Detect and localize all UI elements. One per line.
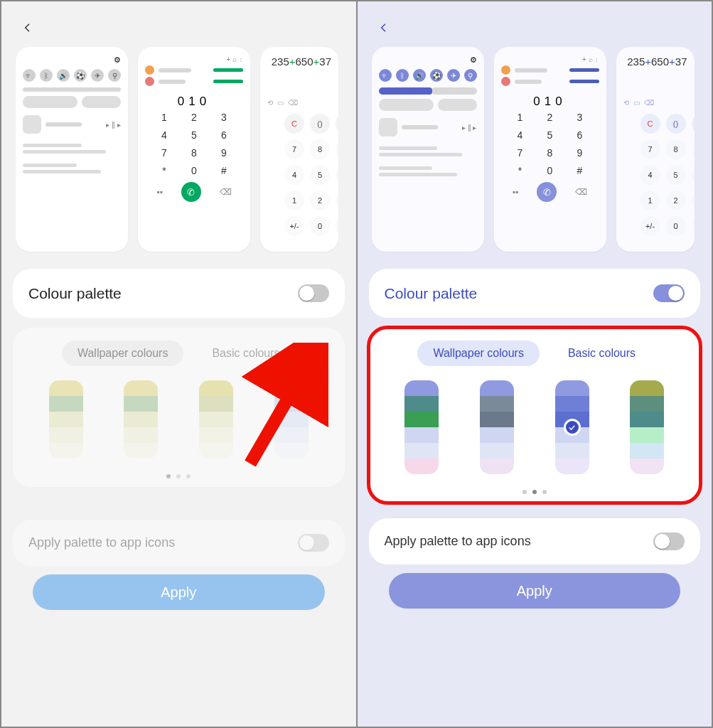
qs-icon: ᯤ bbox=[379, 69, 392, 82]
palette-chooser: Wallpaper colours Basic colours bbox=[13, 328, 345, 487]
screen-after: ⚙ ᯤ ᛒ 🔊 ⚽ ✈ ⚲ ▸ ‖ ▸ bbox=[357, 0, 714, 728]
apply-to-icons-label: Apply palette to app icons bbox=[385, 534, 531, 549]
calc-key: 6 bbox=[336, 165, 338, 185]
calc-key: 6 bbox=[692, 165, 695, 185]
qs-icon: ✈ bbox=[91, 69, 104, 82]
apply-button[interactable]: Apply bbox=[33, 574, 325, 610]
apply-to-icons-toggle[interactable] bbox=[653, 532, 685, 550]
dialer-key: 9 bbox=[209, 147, 239, 159]
colour-palette-toggle[interactable] bbox=[298, 284, 329, 302]
qs-icon: 🔊 bbox=[57, 69, 70, 82]
preview-dialer: + ⌕ ⋮ 010 123456789*0# ▪▪ ✆ ⌫ bbox=[494, 47, 606, 252]
video-icon: ▪▪ bbox=[513, 187, 519, 197]
colour-palette-row: Colour palette bbox=[369, 269, 701, 318]
calc-key: 7 bbox=[284, 139, 304, 159]
dialer-key: 2 bbox=[179, 112, 209, 123]
dialer-display: 010 bbox=[145, 95, 243, 109]
dialer-key: 4 bbox=[149, 129, 179, 141]
palette-option[interactable] bbox=[49, 380, 83, 459]
calc-key: 4 bbox=[640, 165, 660, 185]
calc-key: 5 bbox=[310, 165, 330, 185]
dialer-key: 6 bbox=[209, 129, 239, 141]
calc-key: 9 bbox=[692, 139, 695, 159]
preview-quicksettings: ⚙ ᯤ ᛒ 🔊 ⚽ ✈ ⚲ ▸ ‖ ▸ bbox=[16, 47, 128, 252]
calc-key: 5 bbox=[666, 165, 686, 185]
apply-to-icons-row: Apply palette to app icons bbox=[369, 518, 701, 564]
dialer-keypad: 123456789*0# bbox=[145, 112, 243, 176]
dialer-key: 0 bbox=[535, 165, 565, 176]
dialer-key: 5 bbox=[179, 129, 209, 141]
palette-list-right bbox=[382, 380, 688, 474]
palette-option[interactable] bbox=[404, 380, 439, 474]
call-button: ✆ bbox=[537, 182, 557, 202]
colour-palette-toggle[interactable] bbox=[653, 284, 685, 302]
tab-wallpaper-colours[interactable]: Wallpaper colours bbox=[62, 341, 183, 366]
dialer-key: 8 bbox=[179, 147, 209, 159]
qs-icon: ⚲ bbox=[464, 69, 477, 82]
qs-icon: ✈ bbox=[447, 69, 460, 82]
calc-key: C bbox=[284, 114, 304, 134]
calc-key: 9 bbox=[336, 139, 338, 159]
calc-key: 7 bbox=[640, 139, 660, 159]
dialer-key: 7 bbox=[149, 147, 179, 159]
page-dots bbox=[26, 474, 332, 478]
calc-key: 3 bbox=[692, 191, 695, 210]
tab-basic-colours[interactable]: Basic colours bbox=[552, 341, 651, 366]
dialer-key: 3 bbox=[209, 112, 239, 123]
palette-list-left bbox=[26, 380, 332, 459]
tab-wallpaper-colours[interactable]: Wallpaper colours bbox=[417, 341, 539, 366]
colour-palette-row: Colour palette bbox=[13, 269, 345, 318]
apply-to-icons-toggle[interactable] bbox=[298, 534, 329, 552]
dialer-key: 8 bbox=[535, 147, 565, 159]
palette-option[interactable] bbox=[555, 380, 589, 474]
theme-previews: ⚙ ᯤ ᛒ 🔊 ⚽ ✈ ⚲ ▸ ‖ ▸ bbox=[368, 44, 702, 259]
tab-basic-colours[interactable]: Basic colours bbox=[196, 341, 295, 366]
calc-grid: C()%789456123+/-0. bbox=[616, 114, 687, 236]
dialer-key: # bbox=[209, 165, 239, 176]
calc-key: C bbox=[640, 114, 660, 134]
apply-button[interactable]: Apply bbox=[389, 573, 681, 609]
dialer-key: 5 bbox=[535, 129, 565, 141]
qs-icon: ⚽ bbox=[74, 69, 87, 82]
back-button[interactable] bbox=[375, 18, 393, 37]
gear-icon: ⚙ bbox=[379, 55, 477, 65]
calc-key: . bbox=[692, 216, 695, 236]
apply-to-icons-row: Apply palette to app icons bbox=[13, 520, 345, 566]
qs-icon: ⚲ bbox=[108, 69, 121, 82]
preview-dialer: + ⌕ ⋮ 010 123456789*0# ▪▪ ✆ ⌫ bbox=[138, 47, 250, 252]
calc-key: 8 bbox=[310, 139, 330, 159]
call-button: ✆ bbox=[181, 182, 201, 202]
dialer-key: 1 bbox=[505, 112, 535, 123]
dialer-key: 9 bbox=[565, 147, 595, 159]
backspace-icon: ⌫ bbox=[575, 187, 587, 197]
calc-key: 8 bbox=[666, 139, 686, 159]
calc-key: 0 bbox=[310, 216, 330, 236]
page-dots bbox=[382, 490, 688, 494]
calc-key: 2 bbox=[666, 191, 686, 210]
palette-option[interactable] bbox=[274, 380, 309, 459]
palette-option[interactable] bbox=[124, 380, 158, 459]
gear-icon: ⚙ bbox=[23, 55, 121, 65]
calc-grid: C()%789456123+/-0. bbox=[260, 114, 331, 236]
palette-option[interactable] bbox=[480, 380, 514, 474]
calc-key: % bbox=[692, 114, 695, 134]
dialer-key: 0 bbox=[179, 165, 209, 176]
dialer-key: 3 bbox=[565, 112, 595, 123]
screen-before: ⚙ ᯤ ᛒ 🔊 ⚽ ✈ ⚲ ▸ ‖ ▸ bbox=[0, 0, 357, 728]
palette-option[interactable] bbox=[199, 380, 233, 459]
calc-key: 1 bbox=[640, 191, 660, 210]
back-button[interactable] bbox=[18, 18, 37, 37]
dialer-key: * bbox=[149, 165, 179, 176]
dialer-key: 4 bbox=[505, 129, 535, 141]
dialer-key: # bbox=[565, 165, 595, 176]
dialer-key: 6 bbox=[565, 129, 595, 141]
theme-previews: ⚙ ᯤ ᛒ 🔊 ⚽ ✈ ⚲ ▸ ‖ ▸ bbox=[11, 44, 346, 259]
calc-key: % bbox=[336, 114, 338, 134]
dialer-keypad: 123456789*0# bbox=[501, 112, 599, 176]
backspace-icon: ⌫ bbox=[220, 187, 232, 197]
qs-icon: ⚽ bbox=[430, 69, 443, 82]
calc-key: 3 bbox=[336, 191, 338, 210]
qs-icon: ᛒ bbox=[40, 69, 53, 82]
palette-option[interactable] bbox=[630, 380, 664, 474]
dialer-key: 7 bbox=[505, 147, 535, 159]
